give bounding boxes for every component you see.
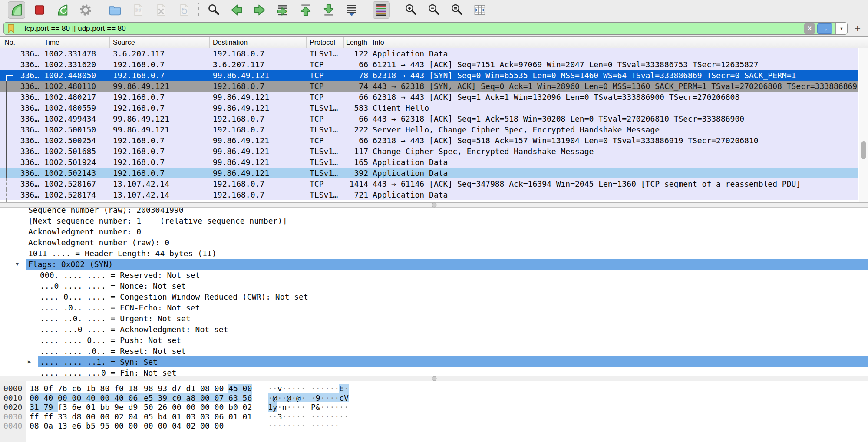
detail-line[interactable]: ▼Flags: 0x002 (SYN) bbox=[0, 259, 868, 270]
column-header-length[interactable]: Length bbox=[344, 37, 370, 48]
zoom-in-button[interactable] bbox=[402, 1, 419, 19]
packet-row[interactable]: 336…1002.501924192.168.0.799.86.49.121TL… bbox=[0, 157, 858, 168]
resize-columns-button[interactable] bbox=[471, 1, 488, 19]
capture-options-button[interactable] bbox=[77, 1, 94, 19]
cell-time: 1002.501685 bbox=[41, 146, 110, 157]
packet-row[interactable]: 336…1002.331620192.168.0.73.6.207.117TCP… bbox=[0, 59, 858, 70]
cell-source: 192.168.0.7 bbox=[110, 168, 210, 178]
detail-line[interactable]: ▶.... .... ..1. = Syn: Set bbox=[0, 356, 868, 367]
filter-clear-button[interactable]: ✕ bbox=[804, 23, 815, 34]
conversation-marker bbox=[6, 75, 13, 81]
packet-row[interactable]: 336…1002.52817413.107.42.14192.168.0.7TL… bbox=[0, 189, 858, 200]
colorize-button[interactable] bbox=[373, 1, 390, 19]
hex-row[interactable]: 002031 79 f3 6e 01 bb 9e d950 26 00 00 0… bbox=[0, 402, 868, 412]
reload-file-button[interactable] bbox=[175, 1, 193, 19]
go-forward-button[interactable] bbox=[251, 1, 268, 19]
start-capture-icon bbox=[9, 3, 24, 17]
packet-list-scrollbar[interactable] bbox=[859, 48, 868, 202]
detail-line[interactable]: 000. .... .... = Reserved: Not set bbox=[0, 270, 868, 280]
cell-info: Application Data bbox=[370, 168, 858, 178]
cell-destination: 99.86.49.121 bbox=[210, 102, 307, 113]
go-back-button[interactable] bbox=[228, 1, 245, 19]
column-header-time[interactable]: Time bbox=[41, 37, 110, 48]
cell-info: Application Data bbox=[370, 189, 858, 200]
packet-row[interactable]: 336…1002.502143192.168.0.799.86.49.121TL… bbox=[0, 168, 858, 178]
ascii-group: ········ bbox=[311, 412, 349, 421]
column-header-destination[interactable]: Destination bbox=[210, 37, 307, 48]
collapse-triangle-icon[interactable]: ▼ bbox=[16, 259, 19, 270]
go-to-last-button[interactable] bbox=[320, 1, 337, 19]
packet-row[interactable]: 336…1002.448050192.168.0.799.86.49.121TC… bbox=[0, 70, 858, 81]
hex-bytes-group: 31 79 f3 6e 01 bb 9e d9 bbox=[30, 402, 138, 412]
cell-length: 122 bbox=[344, 48, 370, 59]
packet-row[interactable]: 336…1002.49943499.86.49.121192.168.0.7TC… bbox=[0, 113, 858, 124]
filter-expression-text[interactable]: tcp.port == 80 || udp.port == 80 bbox=[24, 24, 804, 33]
cell-length: 117 bbox=[344, 146, 370, 157]
save-file-button[interactable]: 01100101 bbox=[129, 1, 147, 19]
detail-line[interactable]: .... .... 0... = Push: Not set bbox=[0, 335, 868, 346]
filter-apply-button[interactable]: → bbox=[817, 23, 832, 34]
detail-line[interactable]: .... .0.. .... = ECN-Echo: Not set bbox=[0, 302, 868, 313]
details-bytes-splitter[interactable] bbox=[0, 376, 868, 381]
open-file-button[interactable] bbox=[106, 1, 124, 19]
column-header-protocol[interactable]: Protocol bbox=[307, 37, 344, 48]
column-header-info[interactable]: Info bbox=[370, 37, 868, 48]
go-to-last-icon bbox=[321, 3, 336, 17]
packet-row[interactable]: 336…1002.48011099.86.49.121192.168.0.7TC… bbox=[0, 81, 858, 92]
column-header-no[interactable]: No. bbox=[0, 37, 41, 48]
hex-row[interactable]: 004008 0a 13 e6 b5 95 00 0000 00 04 02 0… bbox=[0, 421, 868, 430]
packet-row[interactable]: 336…1002.480217192.168.0.799.86.49.121TC… bbox=[0, 92, 858, 102]
detail-text: .... 0... .... = Congestion Window Reduc… bbox=[40, 291, 308, 302]
detail-line[interactable]: .... .... .0.. = Reset: Not set bbox=[0, 346, 868, 356]
start-capture-button[interactable] bbox=[8, 1, 25, 19]
auto-scroll-button[interactable] bbox=[343, 1, 360, 19]
detail-line[interactable]: .... 0... .... = Congestion Window Reduc… bbox=[0, 291, 868, 302]
packet-row[interactable]: 336…1002.480559192.168.0.799.86.49.121TL… bbox=[0, 102, 858, 113]
list-details-splitter[interactable] bbox=[0, 202, 868, 208]
cell-source: 192.168.0.7 bbox=[110, 157, 210, 168]
detail-line[interactable]: 1011 .... = Header Length: 44 bytes (11) bbox=[0, 248, 868, 259]
close-file-button[interactable] bbox=[152, 1, 170, 19]
column-header-source[interactable]: Source bbox=[110, 37, 210, 48]
zoom-reset-button[interactable] bbox=[448, 1, 465, 19]
scrollbar-thumb[interactable] bbox=[861, 141, 866, 159]
display-filter-input[interactable]: tcp.port == 80 || udp.port == 80 ✕ → ▼ bbox=[3, 22, 848, 35]
packet-row[interactable]: 336…1002.501685192.168.0.799.86.49.121TL… bbox=[0, 146, 858, 157]
hex-row[interactable]: 000018 0f 76 c6 1b 80 f0 1898 93 d7 d1 0… bbox=[0, 384, 868, 393]
detail-line[interactable]: .... ..0. .... = Urgent: Not set bbox=[0, 313, 868, 324]
packet-row[interactable]: 336…1002.500254192.168.0.799.86.49.121TC… bbox=[0, 135, 858, 146]
restart-capture-button[interactable] bbox=[54, 1, 71, 19]
filter-add-button[interactable]: + bbox=[851, 22, 865, 35]
packet-row[interactable]: 336…1002.50015099.86.49.121192.168.0.7TL… bbox=[0, 124, 858, 135]
hex-offset: 0000 bbox=[3, 384, 22, 393]
toolbar-separator bbox=[396, 3, 396, 16]
hex-row[interactable]: 001000 40 00 00 40 00 40 06e5 39 c0 a8 0… bbox=[0, 393, 868, 402]
go-to-packet-button[interactable] bbox=[274, 1, 291, 19]
go-to-first-button[interactable] bbox=[297, 1, 314, 19]
filter-bookmark-icon[interactable] bbox=[4, 23, 19, 34]
filter-dropdown-button[interactable]: ▼ bbox=[835, 23, 847, 34]
find-packet-button[interactable] bbox=[205, 1, 222, 19]
detail-line[interactable]: ...0 .... .... = Nonce: Not set bbox=[0, 280, 868, 291]
detail-line[interactable]: [Next sequence number: 1 (relative seque… bbox=[0, 215, 868, 226]
cell-source: 3.6.207.117 bbox=[110, 48, 210, 59]
cell-source: 192.168.0.7 bbox=[110, 59, 210, 70]
cell-length: 66 bbox=[344, 59, 370, 70]
conversation-marker bbox=[6, 92, 7, 102]
cell-protocol: TLSv1… bbox=[307, 168, 344, 178]
cell-length: 74 bbox=[344, 81, 370, 92]
detail-text: .... .0.. .... = ECN-Echo: Not set bbox=[40, 302, 200, 313]
detail-line[interactable]: Acknowledgment number (raw): 0 bbox=[0, 237, 868, 248]
stop-capture-button[interactable] bbox=[31, 1, 48, 19]
hex-row[interactable]: 0030ff ff 33 d8 00 00 02 0405 b4 01 03 0… bbox=[0, 412, 868, 421]
packet-row[interactable]: 336…1002.3314783.6.207.117192.168.0.7TLS… bbox=[0, 48, 858, 59]
detail-line[interactable]: Acknowledgment number: 0 bbox=[0, 226, 868, 237]
detail-line[interactable]: .... .... ...0 = Fin: Not set bbox=[0, 367, 868, 376]
zoom-out-button[interactable] bbox=[425, 1, 442, 19]
cell-time: 1002.448050 bbox=[41, 70, 110, 81]
cell-time: 1002.480110 bbox=[41, 81, 110, 92]
detail-line[interactable]: Sequence number (raw): 2003041990 bbox=[0, 208, 868, 215]
packet-row[interactable]: 336…1002.52816713.107.42.14192.168.0.7TC… bbox=[0, 178, 858, 189]
detail-line[interactable]: .... ...0 .... = Acknowledgment: Not set bbox=[0, 324, 868, 335]
expand-triangle-icon[interactable]: ▶ bbox=[28, 356, 31, 367]
